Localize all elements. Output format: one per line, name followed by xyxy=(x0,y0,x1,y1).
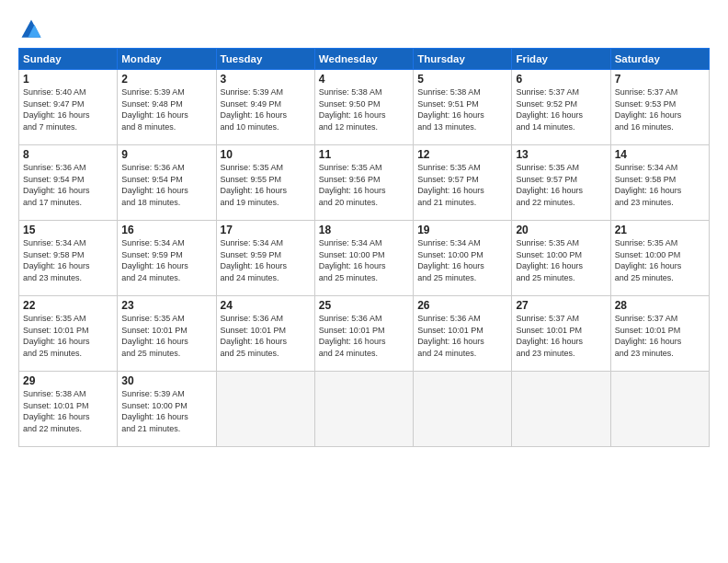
day-number: 11 xyxy=(319,148,409,161)
day-info: Sunrise: 5:38 AM Sunset: 9:50 PM Dayligh… xyxy=(319,86,409,132)
calendar-cell: 26Sunrise: 5:36 AM Sunset: 10:01 PM Dayl… xyxy=(414,296,512,372)
day-info: Sunrise: 5:35 AM Sunset: 9:57 PM Dayligh… xyxy=(417,162,507,208)
calendar-cell: 22Sunrise: 5:35 AM Sunset: 10:01 PM Dayl… xyxy=(19,296,118,372)
calendar-cell: 13Sunrise: 5:35 AM Sunset: 9:57 PM Dayli… xyxy=(512,145,610,221)
day-info: Sunrise: 5:38 AM Sunset: 9:51 PM Dayligh… xyxy=(417,86,507,132)
day-info: Sunrise: 5:35 AM Sunset: 10:01 PM Daylig… xyxy=(121,313,211,359)
day-number: 23 xyxy=(121,299,211,312)
day-info: Sunrise: 5:40 AM Sunset: 9:47 PM Dayligh… xyxy=(23,86,113,132)
day-info: Sunrise: 5:39 AM Sunset: 10:00 PM Daylig… xyxy=(121,388,211,434)
calendar-cell xyxy=(414,372,512,447)
day-info: Sunrise: 5:34 AM Sunset: 10:00 PM Daylig… xyxy=(319,237,409,283)
weekday-header: Thursday xyxy=(414,49,512,70)
day-info: Sunrise: 5:36 AM Sunset: 9:54 PM Dayligh… xyxy=(121,162,211,208)
calendar-cell: 9Sunrise: 5:36 AM Sunset: 9:54 PM Daylig… xyxy=(118,145,216,221)
day-info: Sunrise: 5:39 AM Sunset: 9:48 PM Dayligh… xyxy=(121,86,211,132)
calendar-row: 22Sunrise: 5:35 AM Sunset: 10:01 PM Dayl… xyxy=(19,296,710,372)
day-info: Sunrise: 5:36 AM Sunset: 10:01 PM Daylig… xyxy=(417,313,507,359)
day-info: Sunrise: 5:39 AM Sunset: 9:49 PM Dayligh… xyxy=(221,86,311,132)
day-number: 28 xyxy=(615,299,705,312)
day-number: 7 xyxy=(615,73,705,86)
day-number: 14 xyxy=(615,148,705,161)
day-info: Sunrise: 5:35 AM Sunset: 10:00 PM Daylig… xyxy=(516,237,606,283)
day-info: Sunrise: 5:37 AM Sunset: 10:01 PM Daylig… xyxy=(516,313,606,359)
day-info: Sunrise: 5:36 AM Sunset: 9:54 PM Dayligh… xyxy=(23,162,113,208)
calendar-table: SundayMondayTuesdayWednesdayThursdayFrid… xyxy=(18,48,710,447)
day-number: 16 xyxy=(121,224,211,236)
calendar-cell xyxy=(512,372,610,447)
day-number: 18 xyxy=(319,224,409,236)
calendar-row: 1Sunrise: 5:40 AM Sunset: 9:47 PM Daylig… xyxy=(19,70,710,145)
day-number: 22 xyxy=(23,299,113,312)
day-number: 26 xyxy=(417,299,507,312)
day-info: Sunrise: 5:36 AM Sunset: 10:01 PM Daylig… xyxy=(221,313,311,359)
day-number: 19 xyxy=(417,224,507,236)
day-info: Sunrise: 5:34 AM Sunset: 9:58 PM Dayligh… xyxy=(615,162,705,208)
logo xyxy=(18,17,48,42)
weekday-header: Tuesday xyxy=(216,49,314,70)
day-number: 15 xyxy=(23,224,113,236)
day-number: 20 xyxy=(516,224,606,236)
page: SundayMondayTuesdayWednesdayThursdayFrid… xyxy=(0,0,728,563)
calendar-cell: 15Sunrise: 5:34 AM Sunset: 9:58 PM Dayli… xyxy=(19,221,118,296)
calendar-cell: 11Sunrise: 5:35 AM Sunset: 9:56 PM Dayli… xyxy=(314,145,413,221)
day-number: 12 xyxy=(417,148,507,161)
calendar-row: 15Sunrise: 5:34 AM Sunset: 9:58 PM Dayli… xyxy=(19,221,710,296)
calendar-cell: 29Sunrise: 5:38 AM Sunset: 10:01 PM Dayl… xyxy=(19,372,118,447)
calendar-cell: 20Sunrise: 5:35 AM Sunset: 10:00 PM Dayl… xyxy=(512,221,610,296)
logo-icon xyxy=(18,17,44,42)
day-number: 30 xyxy=(121,374,211,387)
day-number: 24 xyxy=(221,299,311,312)
day-number: 4 xyxy=(319,73,409,86)
day-info: Sunrise: 5:34 AM Sunset: 9:59 PM Dayligh… xyxy=(121,237,211,283)
calendar-cell: 6Sunrise: 5:37 AM Sunset: 9:52 PM Daylig… xyxy=(512,70,610,145)
day-info: Sunrise: 5:35 AM Sunset: 9:55 PM Dayligh… xyxy=(221,162,311,208)
day-number: 10 xyxy=(221,148,311,161)
day-info: Sunrise: 5:36 AM Sunset: 10:01 PM Daylig… xyxy=(319,313,409,359)
calendar-cell: 4Sunrise: 5:38 AM Sunset: 9:50 PM Daylig… xyxy=(314,70,413,145)
weekday-header: Monday xyxy=(118,49,216,70)
day-number: 29 xyxy=(23,374,113,387)
calendar-cell: 27Sunrise: 5:37 AM Sunset: 10:01 PM Dayl… xyxy=(512,296,610,372)
weekday-header: Sunday xyxy=(19,49,118,70)
day-number: 8 xyxy=(23,148,113,161)
weekday-header-row: SundayMondayTuesdayWednesdayThursdayFrid… xyxy=(19,49,710,70)
weekday-header: Saturday xyxy=(610,49,709,70)
day-number: 25 xyxy=(319,299,409,312)
day-number: 9 xyxy=(121,148,211,161)
day-info: Sunrise: 5:35 AM Sunset: 9:57 PM Dayligh… xyxy=(516,162,606,208)
day-number: 6 xyxy=(516,73,606,86)
day-info: Sunrise: 5:34 AM Sunset: 9:59 PM Dayligh… xyxy=(221,237,311,283)
day-number: 2 xyxy=(121,73,211,86)
day-info: Sunrise: 5:37 AM Sunset: 10:01 PM Daylig… xyxy=(615,313,705,359)
calendar-row: 8Sunrise: 5:36 AM Sunset: 9:54 PM Daylig… xyxy=(19,145,710,221)
day-info: Sunrise: 5:35 AM Sunset: 10:00 PM Daylig… xyxy=(615,237,705,283)
calendar-cell: 30Sunrise: 5:39 AM Sunset: 10:00 PM Dayl… xyxy=(118,372,216,447)
calendar-cell: 21Sunrise: 5:35 AM Sunset: 10:00 PM Dayl… xyxy=(610,221,709,296)
calendar-cell: 12Sunrise: 5:35 AM Sunset: 9:57 PM Dayli… xyxy=(414,145,512,221)
calendar-cell: 16Sunrise: 5:34 AM Sunset: 9:59 PM Dayli… xyxy=(118,221,216,296)
day-info: Sunrise: 5:37 AM Sunset: 9:52 PM Dayligh… xyxy=(516,86,606,132)
calendar-cell: 24Sunrise: 5:36 AM Sunset: 10:01 PM Dayl… xyxy=(216,296,314,372)
calendar-cell xyxy=(314,372,413,447)
calendar-cell xyxy=(610,372,709,447)
calendar-cell: 7Sunrise: 5:37 AM Sunset: 9:53 PM Daylig… xyxy=(610,70,709,145)
calendar-cell: 1Sunrise: 5:40 AM Sunset: 9:47 PM Daylig… xyxy=(19,70,118,145)
day-info: Sunrise: 5:35 AM Sunset: 9:56 PM Dayligh… xyxy=(319,162,409,208)
weekday-header: Wednesday xyxy=(314,49,413,70)
calendar-cell: 2Sunrise: 5:39 AM Sunset: 9:48 PM Daylig… xyxy=(118,70,216,145)
day-info: Sunrise: 5:37 AM Sunset: 9:53 PM Dayligh… xyxy=(615,86,705,132)
calendar-cell: 10Sunrise: 5:35 AM Sunset: 9:55 PM Dayli… xyxy=(216,145,314,221)
header xyxy=(18,17,710,42)
day-info: Sunrise: 5:34 AM Sunset: 10:00 PM Daylig… xyxy=(417,237,507,283)
day-info: Sunrise: 5:34 AM Sunset: 9:58 PM Dayligh… xyxy=(23,237,113,283)
calendar-cell: 23Sunrise: 5:35 AM Sunset: 10:01 PM Dayl… xyxy=(118,296,216,372)
calendar-cell: 14Sunrise: 5:34 AM Sunset: 9:58 PM Dayli… xyxy=(610,145,709,221)
day-info: Sunrise: 5:35 AM Sunset: 10:01 PM Daylig… xyxy=(23,313,113,359)
day-info: Sunrise: 5:38 AM Sunset: 10:01 PM Daylig… xyxy=(23,388,113,434)
calendar-cell: 5Sunrise: 5:38 AM Sunset: 9:51 PM Daylig… xyxy=(414,70,512,145)
weekday-header: Friday xyxy=(512,49,610,70)
day-number: 17 xyxy=(221,224,311,236)
day-number: 13 xyxy=(516,148,606,161)
calendar-cell: 28Sunrise: 5:37 AM Sunset: 10:01 PM Dayl… xyxy=(610,296,709,372)
